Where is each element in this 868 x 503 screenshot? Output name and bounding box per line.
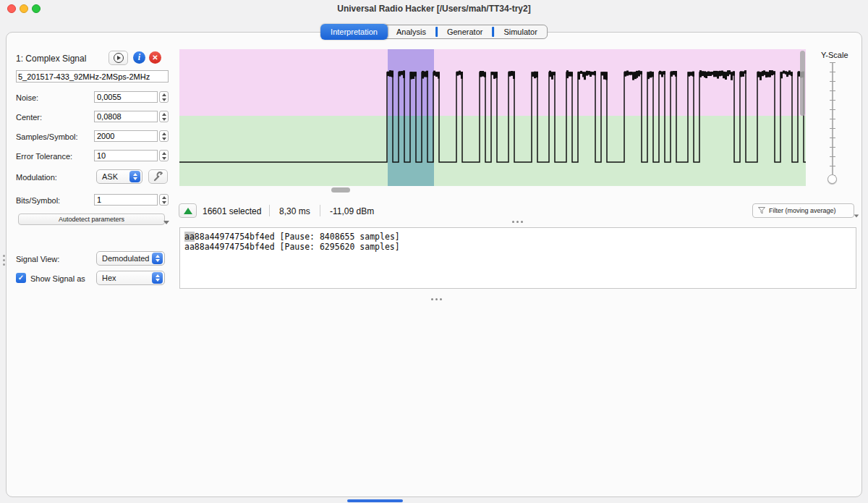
filter-button[interactable]: Filter (moving average): [752, 203, 854, 218]
bits-symbol-stepper[interactable]: [159, 194, 169, 206]
message-line: aa88a44974754bf4ed [Pause: 6295620 sampl…: [184, 242, 851, 252]
modulation-settings-button[interactable]: [148, 169, 168, 184]
error-tolerance-input[interactable]: [94, 150, 158, 161]
stepper-down-icon[interactable]: [160, 97, 168, 102]
noise-input[interactable]: [94, 91, 158, 103]
signal-view-select[interactable]: Demodulated: [96, 251, 165, 266]
plot-vertical-scrollbar[interactable]: [800, 51, 805, 116]
tab-analysis[interactable]: Analysis: [387, 25, 435, 39]
title-bar: Universal Radio Hacker [/Users/mah/TT34-…: [0, 0, 868, 17]
slider-handle[interactable]: [827, 174, 837, 184]
stepper-down-icon[interactable]: [160, 136, 168, 141]
center-label: Center:: [16, 113, 42, 122]
stepper-up-icon[interactable]: [160, 151, 168, 156]
signal-view-label: Signal View:: [16, 255, 59, 263]
divider: [269, 205, 270, 216]
message-line: aa88a44974754bf4ed [Pause: 8408655 sampl…: [184, 232, 851, 242]
message-text: 88a44974754bf4ed [Pause: 8408655 samples…: [195, 232, 400, 242]
up-arrow-icon: [184, 208, 192, 214]
selection-power: -11,09 dBm: [330, 206, 374, 216]
window-title: Universal Radio Hacker [/Users/mah/TT34-…: [0, 4, 868, 14]
selected-hex: aa: [184, 232, 195, 242]
slider-ticks: [830, 62, 835, 182]
stepper-down-icon[interactable]: [160, 156, 168, 161]
stepper-up-icon[interactable]: [160, 195, 168, 200]
tab-generator[interactable]: Generator: [438, 25, 493, 39]
show-signal-select[interactable]: Hex: [96, 271, 165, 285]
play-icon: [114, 53, 124, 63]
modulation-select[interactable]: ASK: [96, 169, 142, 184]
autodetect-button[interactable]: Autodetect parameters: [18, 214, 165, 225]
samples-symbol-label: Samples/Symbol:: [16, 132, 78, 141]
stepper-up-icon[interactable]: [160, 92, 168, 97]
bits-symbol-input[interactable]: [94, 194, 158, 206]
popup-arrows-icon: [152, 253, 163, 264]
divider: [320, 205, 320, 216]
play-signal-button[interactable]: [109, 51, 128, 65]
signal-title: 1: Complex Signal: [16, 54, 86, 64]
center-input[interactable]: [94, 111, 158, 122]
error-tolerance-label: Error Tolerance:: [16, 152, 72, 161]
plot-horizontal-scrollbar[interactable]: [331, 187, 350, 193]
center-stepper[interactable]: [159, 111, 169, 122]
stepper-down-icon[interactable]: [160, 200, 168, 205]
panel-splitter-handle[interactable]: [3, 255, 5, 266]
jump-to-selection-button[interactable]: [179, 203, 197, 218]
tab-simulator[interactable]: Simulator: [494, 25, 546, 39]
filter-chevron-icon[interactable]: [854, 215, 859, 218]
show-signal-value: Hex: [102, 274, 116, 282]
y-scale-slider[interactable]: [827, 62, 838, 182]
signal-info-button[interactable]: i: [133, 51, 145, 64]
stepper-up-icon[interactable]: [160, 111, 168, 117]
show-signal-checkbox[interactable]: ✓: [16, 273, 26, 283]
check-icon: ✓: [18, 274, 24, 282]
chevron-down-icon[interactable]: [163, 221, 169, 224]
message-text: aa88a44974754bf4ed [Pause: 6295620 sampl…: [184, 242, 400, 252]
close-signal-button[interactable]: ✕: [149, 51, 161, 64]
selected-count-word: selected: [229, 206, 262, 216]
filename-field[interactable]: [16, 70, 169, 83]
noise-label: Noise:: [16, 93, 38, 102]
stepper-down-icon[interactable]: [160, 117, 168, 122]
stepper-up-icon[interactable]: [160, 131, 168, 136]
bits-symbol-label: Bits/Symbol:: [16, 196, 60, 205]
selected-count: 16601 selected: [203, 206, 261, 216]
signal-view-value: Demodulated: [102, 254, 149, 263]
wrench-icon: [153, 171, 164, 182]
signal-plot[interactable]: [179, 49, 806, 186]
splitter-handle[interactable]: [512, 221, 523, 223]
filter-icon: [757, 206, 766, 215]
selection-duration: 8,30 ms: [279, 206, 310, 216]
bottom-progress-bar: [347, 499, 403, 502]
noise-stepper[interactable]: [159, 91, 169, 103]
error-tolerance-stepper[interactable]: [159, 150, 169, 161]
y-scale-label: Y-Scale: [821, 51, 848, 59]
popup-arrows-icon: [152, 272, 163, 284]
popup-arrows-icon: [129, 171, 140, 182]
samples-symbol-stepper[interactable]: [159, 130, 169, 142]
tab-interpretation[interactable]: Interpretation: [320, 24, 388, 40]
filter-button-label: Filter (moving average): [769, 207, 836, 214]
show-signal-label: Show Signal as: [30, 274, 85, 283]
modulation-value: ASK: [102, 172, 118, 181]
splitter-handle[interactable]: [431, 298, 442, 300]
signal-waveform: [179, 49, 806, 186]
modulation-label: Modulation:: [16, 173, 57, 182]
selected-count-value: 16601: [203, 206, 226, 216]
message-output[interactable]: aa88a44974754bf4ed [Pause: 8408655 sampl…: [179, 227, 856, 289]
tab-bar: Interpretation Analysis Generator Simula…: [320, 25, 548, 39]
samples-symbol-input[interactable]: [94, 130, 158, 142]
